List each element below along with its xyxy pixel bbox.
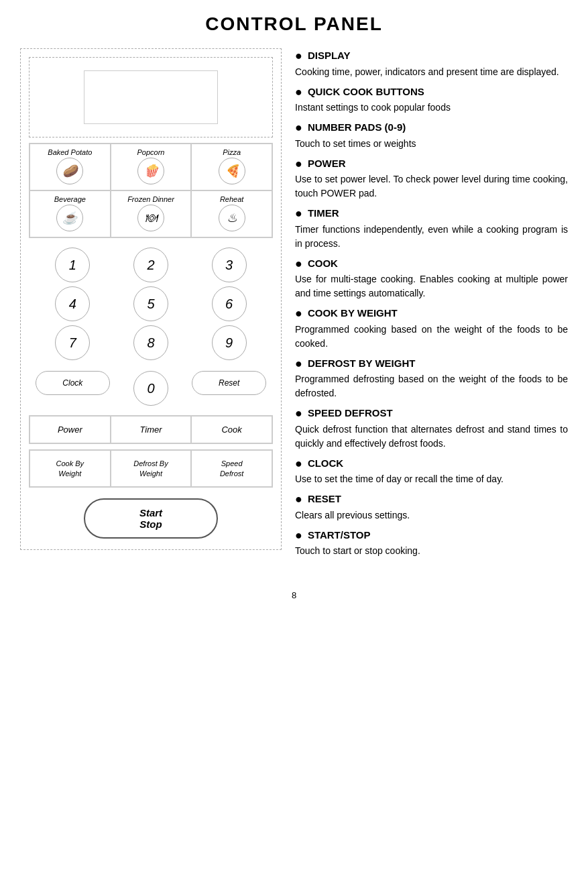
qc-icon: ♨ bbox=[219, 205, 245, 231]
bullet-reset: ● RESET Clears all previous settings. bbox=[295, 492, 568, 522]
qc-icon: 🥔 bbox=[56, 158, 83, 184]
bullet-number-pads: ● NUMBER PADS (0-9) Touch to set times o… bbox=[295, 120, 568, 151]
page-number: 8 bbox=[20, 590, 568, 600]
qc-label: Popcorn bbox=[137, 148, 165, 156]
num-9[interactable]: 9 bbox=[212, 325, 247, 360]
bullet-desc: Use to set the time of day or recall the… bbox=[295, 472, 568, 486]
bullet-timer: ● TIMER Timer functions independently, e… bbox=[295, 206, 568, 251]
quick-cook-grid: Baked Potato 🥔 Popcorn 🍿 Pizza 🍕 Beverag… bbox=[29, 143, 273, 238]
qc-label: Reheat bbox=[220, 195, 243, 203]
start-stop-wrap: Start Stop bbox=[29, 493, 273, 541]
num-0[interactable]: 0 bbox=[133, 371, 168, 406]
num-2[interactable]: 2 bbox=[133, 247, 168, 282]
bullet-cook-by-weight: ● COOK BY WEIGHT Programmed cooking base… bbox=[295, 306, 568, 351]
clock-button[interactable]: Clock bbox=[36, 371, 110, 395]
bullet-dot: ● bbox=[295, 493, 302, 505]
bullet-title: NUMBER PADS (0-9) bbox=[308, 120, 406, 135]
qc-baked-potato[interactable]: Baked Potato 🥔 bbox=[30, 144, 111, 190]
bullet-desc: Touch to start or stop cooking. bbox=[295, 544, 568, 558]
bullet-dot: ● bbox=[295, 121, 302, 133]
clock-row: Clock 0 Reset bbox=[29, 370, 273, 410]
bullet-desc: Timer functions independently, even whil… bbox=[295, 223, 568, 251]
speed-defrost-button[interactable]: SpeedDefrost bbox=[191, 450, 272, 487]
qc-pizza[interactable]: Pizza 🍕 bbox=[191, 144, 272, 190]
bullet-title: RESET bbox=[308, 492, 341, 507]
bullet-power: ● POWER Use to set power level. To check… bbox=[295, 156, 568, 201]
cook-by-weight-button[interactable]: Cook ByWeight bbox=[30, 450, 111, 487]
bullet-title: TIMER bbox=[308, 206, 339, 221]
qc-icon: 🍕 bbox=[219, 158, 245, 184]
qc-label: Beverage bbox=[54, 195, 86, 203]
bullet-dot: ● bbox=[295, 407, 302, 419]
num-4[interactable]: 4 bbox=[55, 286, 90, 321]
bullet-title: CLOCK bbox=[308, 456, 343, 472]
qc-label: Baked Potato bbox=[48, 148, 92, 156]
stop-label: Stop bbox=[139, 518, 162, 530]
bullet-defrost-by-weight: ● DEFROST BY WEIGHT Programmed defrostin… bbox=[295, 356, 568, 401]
bullet-speed-defrost: ● SPEED DEFROST Quick defrost function t… bbox=[295, 406, 568, 451]
bullet-cook: ● COOK Use for multi-stage cooking. Enab… bbox=[295, 256, 568, 301]
bullet-title: POWER bbox=[308, 156, 346, 172]
bullet-dot: ● bbox=[295, 457, 302, 469]
qc-label: Pizza bbox=[223, 148, 241, 156]
bullet-dot: ● bbox=[295, 307, 302, 319]
function-row-1: Power Timer Cook bbox=[29, 415, 273, 444]
bullet-desc: Touch to set times or weights bbox=[295, 137, 568, 151]
bullet-title: DISPLAY bbox=[308, 48, 351, 64]
num-6[interactable]: 6 bbox=[212, 286, 247, 321]
qc-icon: 🍿 bbox=[137, 158, 164, 184]
defrost-by-weight-button[interactable]: Defrost ByWeight bbox=[111, 450, 192, 487]
qc-popcorn[interactable]: Popcorn 🍿 bbox=[111, 144, 192, 190]
page-title: CONTROL PANEL bbox=[20, 13, 568, 35]
bullet-title: DEFROST BY WEIGHT bbox=[308, 356, 416, 372]
qc-reheat[interactable]: Reheat ♨ bbox=[191, 190, 272, 237]
start-label: Start bbox=[139, 507, 162, 518]
bullet-dot: ● bbox=[295, 158, 302, 170]
bullet-title: SPEED DEFROST bbox=[308, 406, 393, 421]
qc-icon: ☕ bbox=[56, 205, 83, 231]
bullet-dot: ● bbox=[295, 529, 302, 541]
qc-icon: 🍽 bbox=[137, 205, 164, 231]
display-inner bbox=[84, 70, 218, 124]
power-button[interactable]: Power bbox=[30, 416, 111, 443]
number-pad: 1 2 3 4 5 6 7 8 9 bbox=[29, 243, 273, 364]
bullet-desc: Instant settings to cook popular foods bbox=[295, 101, 568, 115]
right-content: ● DISPLAY Cooking time, power, indicator… bbox=[295, 48, 568, 563]
panel-diagram: Baked Potato 🥔 Popcorn 🍿 Pizza 🍕 Beverag… bbox=[20, 48, 282, 550]
bullet-dot: ● bbox=[295, 357, 302, 370]
main-layout: Baked Potato 🥔 Popcorn 🍿 Pizza 🍕 Beverag… bbox=[20, 48, 568, 563]
bullet-dot: ● bbox=[295, 207, 302, 219]
bullet-desc: Use to set power level. To check power l… bbox=[295, 172, 568, 201]
bullet-start-stop: ● START/STOP Touch to start or stop cook… bbox=[295, 528, 568, 559]
display-section bbox=[29, 57, 273, 137]
qc-beverage[interactable]: Beverage ☕ bbox=[30, 190, 111, 237]
num-1[interactable]: 1 bbox=[55, 247, 90, 282]
num-8[interactable]: 8 bbox=[133, 325, 168, 360]
bullet-dot: ● bbox=[295, 50, 302, 62]
bullet-title: COOK bbox=[308, 256, 338, 272]
qc-label: Frozen Dinner bbox=[127, 195, 174, 203]
bullet-desc: Programmed defrosting based on the weigh… bbox=[295, 372, 568, 400]
num-7[interactable]: 7 bbox=[55, 325, 90, 360]
bullet-desc: Use for multi-stage cooking. Enables coo… bbox=[295, 272, 568, 300]
bullet-desc: Clears all previous settings. bbox=[295, 508, 568, 522]
bullet-display: ● DISPLAY Cooking time, power, indicator… bbox=[295, 48, 568, 79]
bullet-title: START/STOP bbox=[308, 528, 371, 543]
bullet-clock: ● CLOCK Use to set the time of day or re… bbox=[295, 456, 568, 487]
bullet-title: QUICK COOK BUTTONS bbox=[308, 85, 424, 100]
qc-frozen-dinner[interactable]: Frozen Dinner 🍽 bbox=[111, 190, 192, 237]
bullet-desc: Cooking time, power, indicators and pres… bbox=[295, 65, 568, 79]
start-stop-button[interactable]: Start Stop bbox=[84, 498, 218, 539]
reset-button[interactable]: Reset bbox=[192, 371, 266, 395]
bullet-dot: ● bbox=[295, 258, 302, 270]
bullet-desc: Programmed cooking based on the weight o… bbox=[295, 323, 568, 351]
num-5[interactable]: 5 bbox=[133, 286, 168, 321]
timer-button[interactable]: Timer bbox=[111, 416, 192, 443]
cook-button[interactable]: Cook bbox=[191, 416, 272, 443]
function-row-2: Cook ByWeight Defrost ByWeight SpeedDefr… bbox=[29, 449, 273, 488]
num-3[interactable]: 3 bbox=[212, 247, 247, 282]
bullet-title: COOK BY WEIGHT bbox=[308, 306, 398, 321]
bullet-quick-cook: ● QUICK COOK BUTTONS Instant settings to… bbox=[295, 85, 568, 115]
bullet-dot: ● bbox=[295, 86, 302, 98]
bullet-desc: Quick defrost function that alternates d… bbox=[295, 423, 568, 451]
